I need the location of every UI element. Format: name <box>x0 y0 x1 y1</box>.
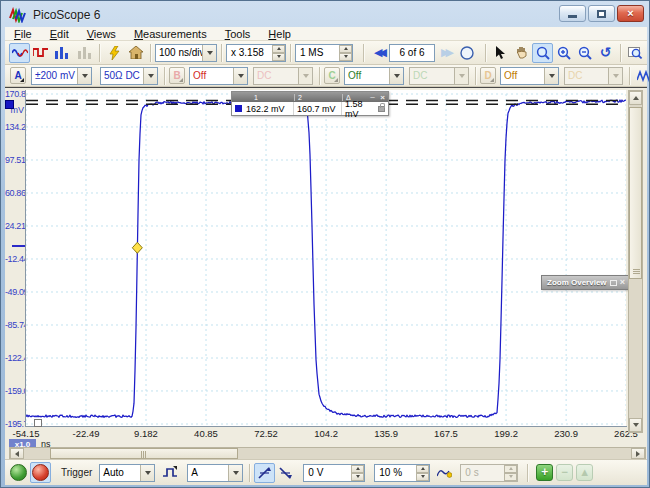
persistence-mode-button[interactable] <box>74 43 95 63</box>
signal-generator-button[interactable] <box>30 43 51 63</box>
minimize-button[interactable] <box>559 5 586 22</box>
marquee-zoom-button[interactable] <box>532 43 553 63</box>
scope-mode-button[interactable] <box>9 43 30 63</box>
stop-capture-button[interactable] <box>32 464 49 481</box>
menu-measurements[interactable]: Measurements <box>125 28 216 40</box>
menu-file[interactable]: File <box>5 28 41 40</box>
x-tick-label: 72.52 <box>254 428 278 439</box>
menu-bar: File Edit Views Measurements Tools Help <box>5 27 647 41</box>
chevron-down-icon <box>202 45 216 61</box>
spinner-arrows-icon <box>504 465 517 481</box>
time-ruler-handle[interactable] <box>34 419 42 427</box>
trigger-toolbar: Trigger Auto A 0 V <box>5 459 647 485</box>
home-button[interactable] <box>125 43 146 63</box>
menu-help[interactable]: Help <box>259 28 300 40</box>
channel-d-coupling-select[interactable]: DC <box>564 67 623 85</box>
pointer-tool-button[interactable] <box>490 43 511 63</box>
add-measurement-button[interactable]: + <box>536 464 553 481</box>
timebase-select[interactable]: 100 ns/div <box>155 44 217 62</box>
channel-a-axis-marker[interactable] <box>5 100 14 109</box>
waveform-plot[interactable] <box>26 90 626 426</box>
trigger-delay-value: 0 s <box>461 467 504 478</box>
close-button[interactable]: × <box>617 5 644 22</box>
window-title: PicoScope 6 <box>33 8 100 22</box>
scroll-right-button[interactable] <box>631 448 645 459</box>
menu-edit[interactable]: Edit <box>41 28 78 40</box>
compass-icon <box>460 46 474 60</box>
legend-close-button[interactable]: × <box>377 93 388 102</box>
start-capture-button[interactable] <box>10 464 27 481</box>
zoom-overview-button[interactable] <box>625 43 646 63</box>
trigger-level-spinner[interactable]: 0 V <box>303 464 365 482</box>
channel-c-coupling-select[interactable]: DC <box>409 67 469 85</box>
zoom-overview-panel[interactable]: Zoom Overview × <box>541 275 629 290</box>
y-tick-label: -122.4 <box>5 352 24 364</box>
float-panel-icon[interactable] <box>610 280 617 286</box>
menu-tools[interactable]: Tools <box>216 28 260 40</box>
channel-b-range-select[interactable]: Off <box>189 67 248 85</box>
probes-button[interactable] <box>634 66 650 86</box>
prev-buffer-button[interactable]: ◀◀ <box>368 43 389 63</box>
vertical-scrollbar[interactable] <box>628 90 643 433</box>
trigger-mode-select[interactable]: Auto <box>99 464 155 482</box>
spinner-arrows-icon[interactable] <box>339 45 352 61</box>
zoom-in-button[interactable] <box>553 43 574 63</box>
scroll-left-button[interactable] <box>10 448 24 459</box>
x-tick-label: 9.182 <box>134 428 158 439</box>
trigger-marker[interactable] <box>132 242 142 253</box>
falling-edge-button[interactable] <box>275 463 296 483</box>
trigger-delay-spinner[interactable]: 0 s <box>460 464 518 482</box>
spinner-arrows-icon[interactable] <box>272 45 285 61</box>
ruler-legend[interactable]: 1 2 Δ – × 162.2 mV 160.7 mV 1.58 mV <box>231 91 389 116</box>
chevron-down-icon <box>143 68 157 84</box>
channel-c-options-button[interactable]: C <box>324 67 340 84</box>
trigger-source-value: A <box>188 467 228 478</box>
zoom-select-icon <box>536 46 550 60</box>
buffer-index-field[interactable]: 6 of 6 <box>389 44 435 62</box>
scroll-up-button[interactable] <box>629 91 642 105</box>
advanced-trigger-button[interactable] <box>159 463 180 483</box>
x-tick-label: 199.2 <box>494 428 518 439</box>
menu-views[interactable]: Views <box>78 28 125 40</box>
channel-b-options-button[interactable]: B <box>169 67 185 84</box>
trigger-source-select[interactable]: A <box>187 464 243 482</box>
lock-icon[interactable] <box>378 106 385 112</box>
spectrum-mode-button[interactable] <box>51 43 72 63</box>
buffer-navigator-button[interactable] <box>456 43 477 63</box>
channel-a-coupling-select[interactable]: 50Ω DC <box>100 67 158 85</box>
connect-device-button[interactable] <box>104 43 125 63</box>
channel-b-coupling-select[interactable]: DC <box>253 67 313 85</box>
zoom-out-button[interactable] <box>574 43 595 63</box>
zoom-overview-close-button[interactable]: × <box>620 278 625 287</box>
x-tick-label: 167.5 <box>434 428 458 439</box>
vertical-scrollbar-thumb[interactable] <box>629 107 642 279</box>
channel-a-range-select[interactable]: ±200 mV <box>31 67 92 85</box>
chevron-down-icon <box>140 465 154 481</box>
right-arrow-icon <box>636 451 640 457</box>
channel-d-range-select[interactable]: Off <box>500 67 559 85</box>
ruler1-header: 1 <box>232 94 294 101</box>
rising-edge-button[interactable] <box>254 463 275 483</box>
maximize-button[interactable] <box>588 5 615 22</box>
ruler-legend-row: 162.2 mV 160.7 mV 1.58 mV <box>232 102 388 115</box>
spinner-arrows-icon[interactable] <box>351 465 364 481</box>
pre-trigger-spinner[interactable]: 10 % <box>374 464 430 482</box>
channel-a-options-button[interactable]: A <box>10 67 26 84</box>
post-trigger-delay-button[interactable] <box>434 463 455 483</box>
channel-c-range-select[interactable]: Off <box>344 67 404 85</box>
bar-chart-icon <box>55 47 69 59</box>
samples-spinner[interactable]: 1 MS <box>295 44 353 62</box>
hand-tool-button[interactable] <box>511 43 532 63</box>
undo-zoom-button[interactable]: ↺ <box>595 43 616 63</box>
delete-measurement-button[interactable]: − <box>556 464 573 481</box>
channel-d-options-button[interactable]: D <box>480 67 496 84</box>
edit-measurement-button[interactable]: ▲ <box>576 464 593 481</box>
y-tick-label: -12.44 <box>5 253 24 265</box>
spinner-arrows-icon[interactable] <box>416 465 429 481</box>
channel-a-range-value: ±200 mV <box>32 70 77 81</box>
timebase-value: 100 ns/div <box>156 47 202 58</box>
horizontal-scrollbar-thumb[interactable] <box>50 448 238 459</box>
zoom-factor-spinner[interactable]: x 3.158 <box>226 44 286 62</box>
scroll-down-button[interactable] <box>629 418 642 432</box>
next-buffer-button[interactable]: ▶▶ <box>435 43 456 63</box>
